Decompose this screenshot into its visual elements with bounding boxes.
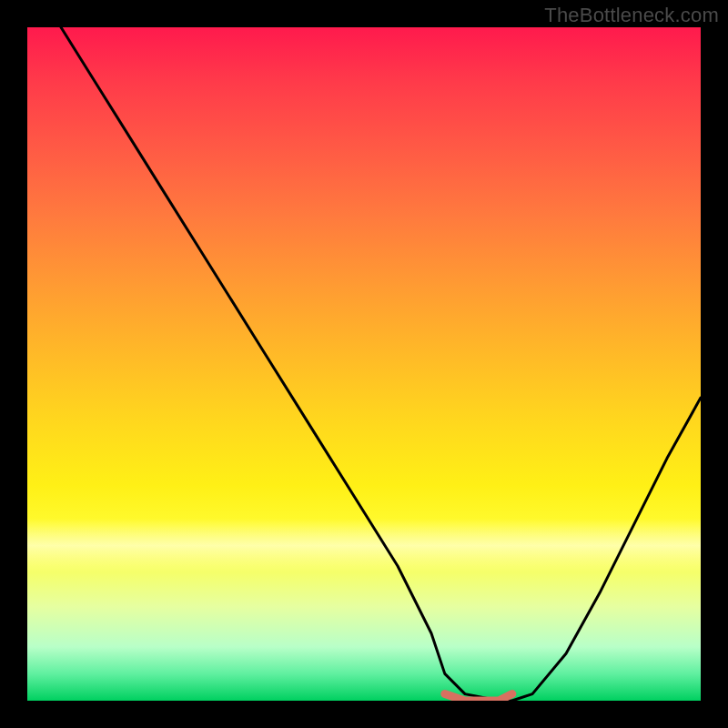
plot-area	[27, 27, 701, 701]
optimal-range-highlight	[445, 694, 512, 701]
curve-layer	[27, 27, 701, 701]
bottleneck-curve	[61, 27, 701, 701]
watermark-text: TheBottleneck.com	[544, 4, 719, 27]
chart-frame: TheBottleneck.com	[0, 0, 728, 728]
